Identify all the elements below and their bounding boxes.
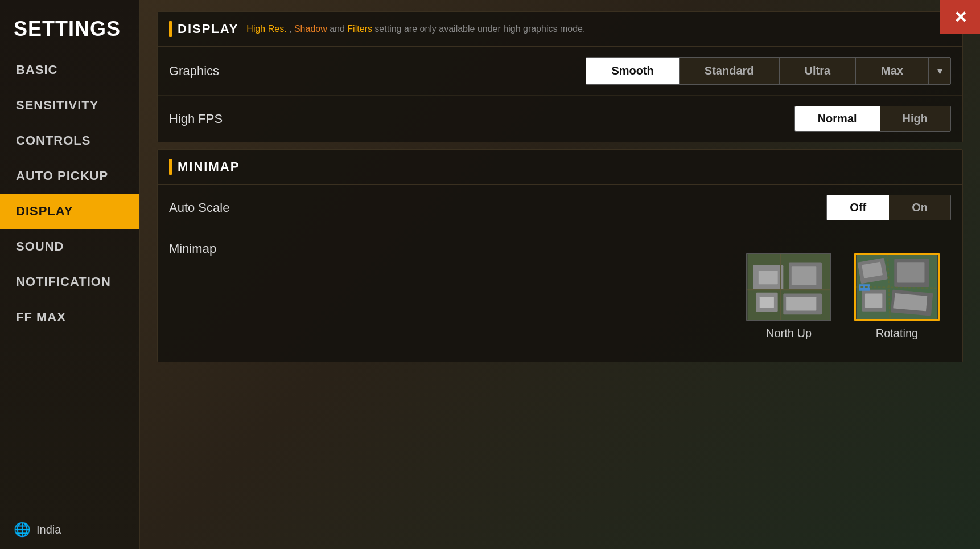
sidebar-item-notification[interactable]: NOTIFICATION — [0, 264, 139, 300]
minimap-northup-thumb — [746, 253, 831, 321]
minimap-row: Minimap — [158, 231, 962, 362]
region-label: India — [36, 523, 61, 536]
sidebar-nav: BASIC SENSITIVITY CONTROLS AUTO PICKUP D… — [0, 52, 139, 510]
minimap-rotating-option[interactable]: Rotating — [854, 253, 940, 340]
highfps-row: High FPS Normal High — [158, 96, 962, 142]
sidebar-item-basic[interactable]: BASIC — [0, 52, 139, 88]
subtitle-suffix: setting are only available under high gr… — [374, 24, 585, 34]
minimap-section: MINIMAP Auto Scale Off On Minimap — [157, 149, 963, 362]
svg-rect-4 — [792, 266, 817, 285]
autoscale-off-btn[interactable]: Off — [827, 195, 889, 220]
sidebar-item-autopickup[interactable]: AUTO PICKUP — [0, 158, 139, 194]
sidebar-item-sound[interactable]: SOUND — [0, 229, 139, 264]
subtitle-sep2: and — [330, 24, 347, 34]
highfps-high-btn[interactable]: High — [880, 106, 950, 131]
settings-title: SETTINGS — [0, 0, 139, 52]
svg-rect-8 — [786, 297, 816, 310]
minimap-northup-label: North Up — [766, 327, 812, 340]
subtitle-highlight3: Filters — [347, 24, 372, 34]
section-bar-minimap — [169, 159, 172, 175]
highfps-btn-group: Normal High — [794, 106, 951, 132]
svg-rect-17 — [865, 293, 882, 308]
minimap-northup-option[interactable]: North Up — [746, 253, 831, 340]
minimap-rotating-label: Rotating — [876, 327, 919, 340]
sidebar-item-controls[interactable]: CONTROLS — [0, 123, 139, 158]
svg-rect-15 — [897, 262, 925, 282]
minimap-title: MINIMAP — [178, 159, 240, 174]
sidebar-item-ffmax[interactable]: FF MAX — [0, 300, 139, 335]
minimap-options: North Up — [632, 241, 951, 351]
graphics-smooth-btn[interactable]: Smooth — [586, 58, 679, 84]
main-content: ✕ DISPLAY High Res. , Shadow and Filters… — [140, 0, 980, 549]
subtitle-sep1: , — [289, 24, 294, 34]
graphics-dropdown-btn[interactable]: ▾ — [929, 58, 950, 84]
section-bar-display — [169, 21, 172, 37]
highfps-normal-btn[interactable]: Normal — [795, 106, 880, 131]
svg-rect-19 — [893, 293, 927, 311]
graphics-standard-btn[interactable]: Standard — [680, 58, 780, 84]
display-subtitle: High Res. , Shadow and Filters setting a… — [246, 24, 585, 34]
autoscale-label: Auto Scale — [169, 200, 826, 215]
close-icon: ✕ — [954, 8, 967, 27]
display-section: DISPLAY High Res. , Shadow and Filters s… — [157, 11, 963, 142]
display-header: DISPLAY High Res. , Shadow and Filters s… — [158, 12, 962, 47]
svg-rect-2 — [759, 271, 778, 284]
graphics-label: Graphics — [169, 64, 586, 79]
close-button[interactable]: ✕ — [940, 0, 980, 34]
graphics-max-btn[interactable]: Max — [856, 58, 929, 84]
subtitle-highlight1: High Res. — [246, 24, 286, 34]
sidebar-item-sensitivity[interactable]: SENSITIVITY — [0, 88, 139, 123]
autoscale-btn-group: Off On — [826, 195, 951, 220]
graphics-row: Graphics Smooth Standard Ultra Max ▾ — [158, 47, 962, 96]
sidebar-item-display[interactable]: DISPLAY — [0, 194, 139, 229]
minimap-rotating-thumb — [854, 253, 940, 321]
settings-panel: DISPLAY High Res. , Shadow and Filters s… — [157, 11, 963, 538]
svg-rect-6 — [760, 297, 774, 308]
sidebar-footer: 🌐 India — [0, 510, 139, 549]
minimap-header: MINIMAP — [158, 150, 962, 185]
sidebar: SETTINGS BASIC SENSITIVITY CONTROLS AUTO… — [0, 0, 140, 549]
display-title: DISPLAY — [178, 22, 238, 36]
graphics-btn-group: Smooth Standard Ultra Max ▾ — [586, 57, 951, 85]
minimap-label: Minimap — [169, 241, 632, 256]
highfps-label: High FPS — [169, 112, 794, 126]
subtitle-highlight2: Shadow — [294, 24, 327, 34]
globe-icon: 🌐 — [14, 522, 31, 538]
graphics-ultra-btn[interactable]: Ultra — [780, 58, 857, 84]
autoscale-on-btn[interactable]: On — [889, 195, 950, 220]
autoscale-row: Auto Scale Off On — [158, 185, 962, 231]
